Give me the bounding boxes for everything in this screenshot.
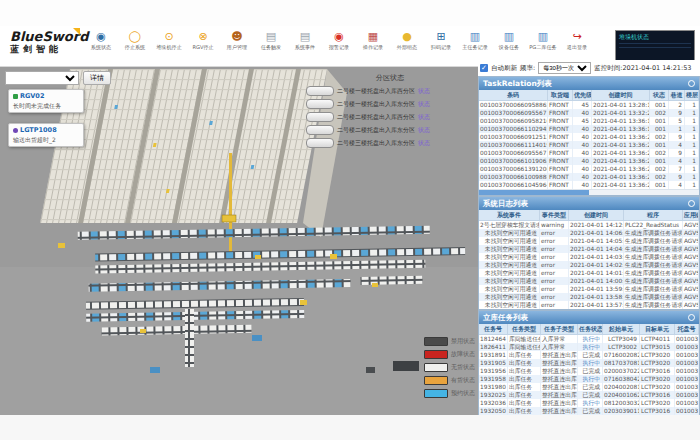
zone-toggle-button[interactable] — [306, 86, 334, 96]
details-button[interactable]: 详情 — [83, 71, 111, 85]
column-header[interactable]: 托盘号 — [675, 324, 699, 335]
zone-toggle-button[interactable] — [306, 112, 334, 122]
column-header[interactable]: 事件类型 — [540, 210, 569, 221]
column-header[interactable]: 程序 — [624, 210, 683, 221]
table-row[interactable]: 001003700066104596436FRONT402021-04-01 1… — [479, 181, 699, 189]
table-row[interactable]: 001003700066091251233FRONT402021-04-01 1… — [479, 133, 699, 141]
horizontal-scrollbar[interactable] — [479, 189, 699, 195]
auto-refresh-checkbox[interactable]: ✓ — [480, 64, 488, 72]
table-row[interactable]: 未找到空闲可用通道error2021-04-01 14:01:54生成连库调拨任… — [479, 269, 699, 277]
table-cell: 001 — [650, 141, 669, 149]
table-cell: 001003700066066 — [675, 383, 699, 391]
table-row[interactable]: 2号七层穿梭车报文请求 字节长度warning2021-04-01 14:12:… — [479, 221, 699, 230]
zone-status-link[interactable]: 状态 — [418, 100, 430, 109]
device-alert-card[interactable]: RGV02 长时间未完成任务 — [8, 89, 84, 113]
monitor-time: 监控时间:2021-04-01 14:21:53 — [594, 64, 691, 73]
table-row[interactable]: 001003700066139120051FRONT402021-04-01 1… — [479, 165, 699, 173]
table-row[interactable]: 未找到空闲可用通道error2021-04-01 14:00:52生成连库调拨任… — [479, 277, 699, 285]
alert-title: RGV02 — [13, 92, 79, 101]
column-header[interactable]: 系统事件 — [479, 210, 540, 221]
toolbar-external-config[interactable]: ● 外部组态 — [390, 29, 424, 53]
zone-status-link[interactable]: 状态 — [418, 113, 430, 122]
table-row[interactable]: 1931958出库任务整托直连出库执行中0716038042LCTP302000… — [479, 375, 699, 383]
column-header[interactable]: 状态 — [650, 90, 669, 101]
toolbar-task-trigger[interactable]: ▤ 任务触发 — [254, 29, 288, 53]
table-row[interactable]: 1932050出库任务整托直连出库已完成0203039011LCTP301600… — [479, 407, 699, 415]
table-row[interactable]: 1932036出库任务整托直连出库执行中0812003032LCTP302000… — [479, 399, 699, 407]
zone-toggle-button[interactable] — [306, 138, 334, 148]
table-row[interactable]: 1931905出库任务整托直连出库执行中0817037081LCTP302000… — [479, 359, 699, 367]
column-header[interactable]: 起始单元 — [603, 324, 640, 335]
column-header[interactable]: 任务号 — [479, 324, 508, 335]
column-header[interactable]: 任务子类型 — [541, 324, 578, 335]
table-cell: 2021-04-01 14:12:12 — [569, 221, 624, 230]
column-header[interactable]: 优先级 — [573, 90, 592, 101]
column-header[interactable]: 应用编号 — [683, 210, 699, 221]
toolbar-rgv-stop[interactable]: ⊗ RGV停止 — [186, 29, 220, 53]
table-row[interactable]: 未找到空闲可用通道error2021-04-01 14:05:56生成连库调拨任… — [479, 237, 699, 245]
table-row[interactable]: 1812464库间输送任务入库异常执行中LCTP3049LCTP40110010… — [479, 335, 699, 344]
toolbar-pg-warehouse-tasks[interactable]: ▥ PG二库任务 — [526, 29, 560, 53]
toolbar-system-status[interactable]: ◉ 系统状态 — [84, 29, 118, 53]
column-header[interactable]: 创建时间 — [569, 210, 624, 221]
table-row[interactable]: 001003700066095886219FRONT452021-04-01 1… — [479, 101, 699, 110]
table-row[interactable]: 未找到空闲可用通道error2021-04-01 13:59:51生成连库调拨任… — [479, 285, 699, 293]
column-header[interactable]: 巷道 — [669, 90, 685, 101]
legend-swatch-2 — [424, 363, 448, 372]
table-row[interactable]: 001003700066101906393FRONT402021-04-01 1… — [479, 157, 699, 165]
zone-status-link[interactable]: 状态 — [418, 126, 430, 135]
column-header[interactable]: 任务状态 — [578, 324, 603, 335]
table-row[interactable]: 001003700066100988813FRONT402021-04-01 1… — [479, 173, 699, 181]
column-header[interactable]: 取货端 — [548, 90, 573, 101]
warehouse-3d-scene[interactable]: 详情 RGV02 长时间未完成任务 LGTP1008 输送出货超时_2 分区状态… — [0, 67, 478, 415]
panel-settings-icon[interactable] — [688, 200, 695, 207]
device-filter-select[interactable] — [5, 71, 79, 85]
toolbar-main-task-records[interactable]: ▥ 主任务记录 — [458, 29, 492, 53]
table-row[interactable]: 001003700066111401906FRONT402021-04-01 1… — [479, 141, 699, 149]
zone-toggle-button[interactable] — [306, 99, 334, 109]
table-cell: 1 — [685, 101, 699, 110]
table-row[interactable]: 1931891出库任务整托直连出库已完成0716002082LCTP302000… — [479, 351, 699, 359]
table-row[interactable]: 1932025出库任务整托直连出库已完成0204001062LCTP301600… — [479, 391, 699, 399]
table-row[interactable]: 未找到空闲可用通道error2021-04-01 14:06:57生成连库调拨任… — [479, 229, 699, 237]
device-alert-card[interactable]: LGTP1008 输送出货超时_2 — [8, 123, 84, 147]
table-row[interactable]: 001003700066095567704FRONT402021-04-01 1… — [479, 149, 699, 157]
table-row[interactable]: 1931980出库任务整托直连出库已完成0204002081LCTP302000… — [479, 383, 699, 391]
table-cell: 001 — [650, 157, 669, 165]
toolbar-stacker-stop[interactable]: ⊙ 堆垛机停止 — [152, 29, 186, 53]
panel-settings-icon[interactable] — [688, 80, 695, 87]
table-row[interactable]: 001003700066110294576FRONT402021-04-01 1… — [479, 125, 699, 133]
toolbar-stop-system[interactable]: ◯ 停止系统 — [118, 29, 152, 53]
column-header[interactable]: 任务类型 — [508, 324, 541, 335]
zone-toggle-button[interactable] — [306, 125, 334, 135]
column-header[interactable]: 目标单元 — [640, 324, 675, 335]
zone-status-link[interactable]: 状态 — [418, 87, 430, 96]
column-header[interactable]: 条码 — [479, 90, 548, 101]
toolbar-user-management[interactable]: ☻ 用户管理 — [220, 29, 254, 53]
panel-settings-icon[interactable] — [688, 314, 695, 321]
table-row[interactable]: 未找到空闲可用通道error2021-04-01 14:04:56生成连库调拨任… — [479, 245, 699, 253]
table-cell: 未找到空闲可用通道 — [479, 261, 540, 269]
zone-status-link[interactable]: 状态 — [418, 139, 430, 148]
toolbar-logout[interactable]: ↪ 退出登录 — [560, 29, 594, 53]
table-cell: LCTP3020 — [640, 375, 675, 383]
table-row[interactable]: 未找到空闲可用通道error2021-04-01 14:03:56生成连库调拨任… — [479, 253, 699, 261]
toolbar-alarm-records[interactable]: ◉ 报警记录 — [322, 29, 356, 53]
table-row[interactable]: 未找到空闲可用通道error2021-04-01 14:02:55生成连库调拨任… — [479, 261, 699, 269]
table-cell: 整托直连出库 — [541, 375, 578, 383]
column-header[interactable]: 创建时间 — [592, 90, 650, 101]
toolbar-system-events[interactable]: ▤ 系统事件 — [288, 29, 322, 53]
toolbar-scan-records[interactable]: ⊞ 扫码记录 — [424, 29, 458, 53]
table-row[interactable]: 未找到空闲可用通道error2021-04-01 13:57:49生成连库调拨任… — [479, 301, 699, 309]
column-header[interactable]: 楼层 — [685, 90, 699, 101]
scrollbar-thumb[interactable] — [479, 190, 589, 195]
table-row[interactable]: 001003700066095821623FRONT452021-04-01 1… — [479, 117, 699, 125]
table-row[interactable]: 未找到空闲可用通道error2021-04-01 13:58:50生成连库调拨任… — [479, 293, 699, 301]
table-row[interactable]: 1826411库间输送任务入库异常执行中LCTP3002LCTP30150010… — [479, 343, 699, 351]
table-row[interactable]: 1931956出库任务整托直连出库已完成0200037022LCTP301600… — [479, 367, 699, 375]
toolbar-device-tasks[interactable]: ▥ 设备任务 — [492, 29, 526, 53]
table-row[interactable]: 001003700066095567706FRONT402021-04-01 1… — [479, 109, 699, 117]
toolbar-operation-records[interactable]: ▦ 操作记录 — [356, 29, 390, 53]
frequency-select[interactable]: 每30秒一次 — [538, 62, 591, 74]
table-cell: 1 — [669, 125, 685, 133]
